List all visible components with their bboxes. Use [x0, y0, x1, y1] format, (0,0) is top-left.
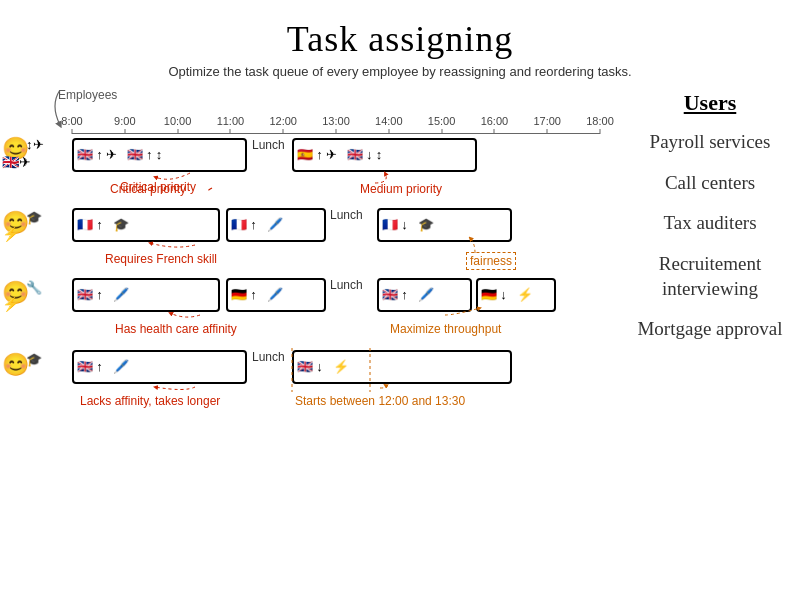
avatar-1-flags: 🇬🇧✈: [2, 154, 31, 171]
label-fairness: fairness: [466, 252, 516, 270]
sidebar-item-payroll[interactable]: Payroll services: [620, 130, 800, 155]
avatar-2-flags: ⚡: [2, 226, 19, 243]
time-1100: 11:00: [217, 115, 245, 127]
chart-area: Employees 8:00 9:00 10:00 11:00 12:00 1: [0, 80, 610, 600]
avatar-4-icons: 🎓: [26, 352, 42, 368]
time-1700: 17:00: [533, 115, 561, 127]
sidebar-item-mortgage[interactable]: Mortgage approval: [620, 317, 800, 342]
sidebar-item-callcenters[interactable]: Call centers: [620, 171, 800, 196]
time-900: 9:00: [114, 115, 135, 127]
label-medium: Medium priority: [360, 182, 442, 196]
page-title: Task assigning: [0, 0, 800, 60]
avatar-3-flags: ⚡: [2, 296, 19, 313]
label-throughput: Maximize throughput: [390, 322, 501, 336]
task-1b[interactable]: 🇪🇸 ↑ ✈ 🇬🇧 ↓ ↕: [292, 138, 477, 172]
task-2c[interactable]: 🇫🇷 ↓ 🎓: [377, 208, 512, 242]
avatar-4: 😊: [2, 352, 29, 378]
time-800: 8:00: [61, 115, 82, 127]
avatar-1-icons: ↕️✈: [26, 138, 44, 151]
sidebar: Users Payroll services Call centers Tax …: [610, 80, 800, 600]
label-healthcare: Has health care affinity: [115, 322, 237, 336]
label-lacks-affinity: Lacks affinity, takes longer: [80, 394, 220, 408]
sidebar-item-recruitement[interactable]: Recruitement interviewing: [620, 252, 800, 301]
task-3a[interactable]: 🇬🇧 ↑ 🖊️: [72, 278, 220, 312]
timeline: 8:00 9:00 10:00 11:00 12:00 13:00 14:00 …: [72, 115, 600, 135]
task-2a[interactable]: 🇫🇷 ↑ 🎓: [72, 208, 220, 242]
sidebar-item-taxauditers[interactable]: Tax auditers: [620, 211, 800, 236]
time-1500: 15:00: [428, 115, 456, 127]
task-3c[interactable]: 🇬🇧 ↑ 🖊️: [377, 278, 472, 312]
avatar-2-icons: 🎓: [26, 210, 42, 226]
task-4a[interactable]: 🇬🇧 ↑ 🖊️: [72, 350, 247, 384]
avatar-3-icons: 🔧: [26, 280, 42, 296]
main-area: Employees 8:00 9:00 10:00 11:00 12:00 1: [0, 80, 800, 600]
lunch-1: Lunch: [252, 138, 285, 152]
task-4b[interactable]: 🇬🇧 ↓ ⚡: [292, 350, 512, 384]
time-1600: 16:00: [481, 115, 509, 127]
time-1400: 14:00: [375, 115, 403, 127]
time-1300: 13:00: [322, 115, 350, 127]
time-1200: 12:00: [269, 115, 297, 127]
label-starts-between: Starts between 12:00 and 13:30: [295, 394, 465, 408]
page-subtitle: Optimize the task queue of every employe…: [0, 64, 800, 79]
time-1800: 18:00: [586, 115, 614, 127]
task-1a[interactable]: 🇬🇧 ↑ ✈ 🇬🇧 ↑ ↕: [72, 138, 247, 172]
time-1000: 10:00: [164, 115, 192, 127]
task-3b[interactable]: 🇩🇪 ↑ 🖊️: [226, 278, 326, 312]
task-3d[interactable]: 🇩🇪 ↓ ⚡: [476, 278, 556, 312]
task-2b[interactable]: 🇫🇷 ↑ 🖊️: [226, 208, 326, 242]
lunch-4: Lunch: [252, 350, 285, 364]
label-french: Requires French skill: [105, 252, 217, 266]
lunch-2: Lunch: [330, 208, 363, 222]
label-critical: Critical priority: [110, 182, 186, 196]
sidebar-heading: Users: [620, 90, 800, 116]
lunch-3: Lunch: [330, 278, 363, 292]
